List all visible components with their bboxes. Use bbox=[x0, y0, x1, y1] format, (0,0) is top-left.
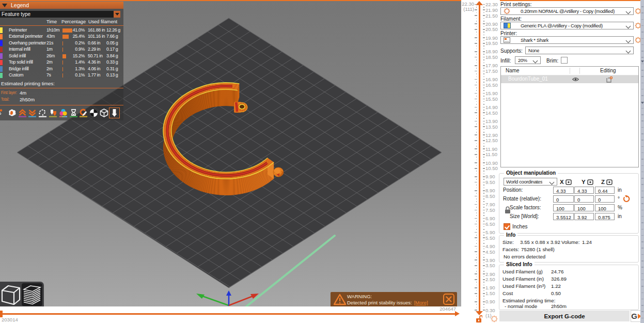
scrollbar-mark bbox=[641, 178, 643, 179]
3d-editor-view-button[interactable] bbox=[1, 283, 21, 306]
manip-value: 0.875 bbox=[598, 214, 610, 220]
layer-slider-bottom-handle[interactable] bbox=[476, 311, 483, 315]
layer-tick bbox=[483, 310, 485, 311]
slider-lock-icon[interactable] bbox=[476, 315, 482, 322]
viewport-3d[interactable]: Legend Feature type Time Percentage Used… bbox=[0, 1, 461, 306]
legend-header[interactable]: Legend bbox=[0, 2, 123, 9]
scale-lock-icon[interactable] bbox=[505, 206, 511, 214]
coordinates-select[interactable]: World coordinates bbox=[504, 178, 557, 186]
seams-icon[interactable] bbox=[38, 109, 47, 117]
retractions-icon[interactable] bbox=[18, 109, 27, 117]
manip-input-x[interactable]: 3.5512 bbox=[553, 213, 574, 220]
layer-tick bbox=[476, 171, 477, 172]
brim-checkbox[interactable] bbox=[561, 57, 568, 64]
layer-tick bbox=[476, 174, 477, 175]
manip-input-x[interactable]: 4.33 bbox=[553, 187, 574, 194]
layer-tick bbox=[483, 243, 484, 244]
layer-tick bbox=[475, 182, 477, 183]
slider-settings-gear-icon[interactable] bbox=[491, 315, 498, 322]
layer-tick bbox=[475, 23, 477, 24]
editing-icon[interactable] bbox=[606, 76, 612, 83]
layer-tick bbox=[483, 212, 484, 213]
feature-filament-weight: 7.66 g bbox=[106, 34, 118, 39]
hslider-right-arrow[interactable] bbox=[455, 311, 460, 316]
manip-value: 0.44 bbox=[598, 188, 608, 194]
tool-marker-icon[interactable] bbox=[110, 109, 119, 117]
travels-icon[interactable] bbox=[0, 109, 6, 117]
scrollbar-mark bbox=[641, 267, 643, 268]
layer-slider-track[interactable] bbox=[479, 5, 480, 312]
layer-tick bbox=[476, 45, 477, 47]
hslider-track[interactable] bbox=[1, 313, 456, 315]
scrollbar-arrow-icon[interactable] bbox=[641, 60, 644, 63]
filament-color-icon bbox=[504, 23, 511, 28]
supports-select[interactable]: None bbox=[525, 47, 634, 54]
infill-select[interactable]: 20% bbox=[515, 56, 541, 64]
scrollbar-arrow-icon[interactable] bbox=[641, 102, 644, 104]
sliced-label: Used Filament (in) bbox=[502, 276, 544, 282]
scrollbar-mark bbox=[641, 64, 643, 65]
print-settings-select[interactable]: 0.20mm NORMAL @Artillery - Copy (modifie… bbox=[500, 7, 634, 15]
object-row[interactable]: BourdonTube_01 bbox=[501, 75, 638, 83]
layer-tick bbox=[476, 96, 477, 97]
layer-tick bbox=[475, 71, 477, 72]
feature-filament-weight: 12.26 g bbox=[106, 27, 120, 33]
layer-tick bbox=[483, 21, 484, 22]
layer-tick bbox=[476, 146, 477, 147]
warning-close-button[interactable] bbox=[443, 294, 454, 305]
warning-more-link[interactable]: [More] bbox=[414, 300, 428, 305]
pause-prints-icon[interactable] bbox=[69, 109, 78, 117]
layer-tick bbox=[475, 140, 477, 141]
layer-tick bbox=[483, 90, 484, 91]
layer-tick bbox=[476, 229, 477, 230]
eye-icon[interactable] bbox=[572, 76, 579, 82]
layer-tick bbox=[483, 162, 485, 163]
center-of-gravity-icon[interactable] bbox=[89, 109, 98, 117]
custom-gcodes-icon[interactable] bbox=[79, 109, 88, 117]
manip-input-y[interactable]: 100 bbox=[574, 204, 594, 211]
tool-changes-icon[interactable] bbox=[49, 109, 57, 117]
inches-checkbox[interactable] bbox=[504, 223, 510, 230]
manip-input-y[interactable]: 0 bbox=[574, 195, 594, 203]
hslider-max-label: 204647 bbox=[439, 306, 456, 312]
col-percentage: Percentage bbox=[61, 19, 86, 24]
layer-tick-label: 4.90 bbox=[485, 243, 495, 249]
filament-select[interactable]: Generic PLA @Artillery - Copy (modified) bbox=[500, 22, 634, 29]
manip-input-z[interactable]: 0 bbox=[595, 195, 615, 203]
manip-input-x[interactable]: 100 bbox=[553, 204, 574, 211]
sliced-label: Estimated printing time: bbox=[502, 298, 555, 303]
export-gcode-button[interactable]: Export G-code bbox=[499, 311, 630, 321]
manip-input-z[interactable]: 100 bbox=[595, 204, 615, 211]
preview-view-button[interactable] bbox=[22, 283, 42, 306]
printer-select[interactable]: Shark * Shark bbox=[500, 36, 634, 44]
feature-type-select[interactable]: Feature type bbox=[0, 11, 120, 18]
scrollbar-mark bbox=[641, 299, 643, 300]
layer-tick bbox=[483, 112, 485, 113]
rotate-reset-icon[interactable] bbox=[623, 195, 630, 203]
feature-filament-length: 4.36 in bbox=[88, 59, 100, 65]
panel-scrollbar[interactable] bbox=[640, 0, 644, 323]
layer-tick-label: 2.50 bbox=[485, 276, 495, 282]
shells-icon[interactable] bbox=[100, 109, 108, 117]
manip-input-y[interactable]: 4.33 bbox=[574, 187, 594, 194]
layer-tick bbox=[475, 190, 477, 191]
scrollbar-mark bbox=[641, 133, 643, 134]
total-label: Total: bbox=[1, 97, 9, 102]
deretractions-icon[interactable] bbox=[28, 109, 37, 117]
sliced-info-title: Sliced Info bbox=[504, 262, 535, 267]
wipe-icon[interactable] bbox=[8, 109, 17, 117]
layer-tick bbox=[476, 32, 477, 33]
sliced-value: 2h50m bbox=[551, 303, 567, 309]
manip-input-z[interactable]: 0.875 bbox=[595, 213, 615, 220]
layer-tick bbox=[483, 32, 484, 33]
feature-type-dropdown-icon[interactable] bbox=[114, 11, 120, 18]
layer-tick bbox=[476, 115, 477, 116]
legend-collapse-icon[interactable] bbox=[2, 4, 7, 7]
manip-input-y[interactable]: 3.92 bbox=[574, 213, 594, 220]
color-changes-icon[interactable] bbox=[59, 109, 68, 117]
manip-input-z[interactable]: 0.44 bbox=[595, 187, 615, 194]
manip-input-x[interactable]: 0 bbox=[553, 195, 574, 203]
volume-label: Volume: bbox=[561, 239, 579, 245]
feature-filament-weight: 0.33 g bbox=[106, 59, 118, 65]
feature-label: Perimeter bbox=[9, 27, 27, 33]
